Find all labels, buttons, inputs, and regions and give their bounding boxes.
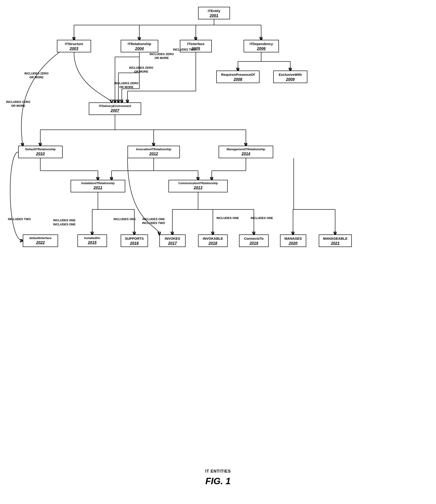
caption-text: IT ENTITIES — [0, 469, 436, 474]
node-itstructure: ITStructure 2003 — [57, 40, 91, 52]
label-includes-two-3: INCLUDES ONEINCLUDES TWO — [140, 217, 167, 225]
label-includes-zero-2: INCLUDES ZEROOR MORE — [126, 66, 156, 74]
figure-label: FIG. 1 — [0, 476, 436, 486]
node-invokable: INVOKABLE 2018 — [198, 234, 228, 247]
node-itrelationship: ITRelationship 2004 — [121, 40, 158, 52]
node-managementitrel: ManagementITRelationship 2014 — [218, 146, 273, 158]
node-exclusivewith: ExclusiveWith 2009 — [273, 71, 307, 83]
label-includes-one-5: INCLUDES ONE — [249, 216, 274, 220]
label-includes-zero-5: INCLUDES ZEROOR MORE — [5, 100, 32, 108]
label-includes-two-2: INCLUDES TWO — [7, 217, 32, 221]
connection-lines — [0, 0, 436, 467]
node-defaultinterface: defaultInterface 2022 — [23, 234, 58, 247]
label-includes-one-3: INCLUDES ONE — [113, 217, 136, 221]
node-installedon: InstalledOn 2015 — [77, 234, 107, 247]
node-communicationitrel: CommunicationITRelationship 2013 — [168, 180, 228, 192]
label-includes-zero-3: INCLUDES ZEROOR MORE — [112, 81, 141, 89]
label-includes-one-2: INCLUDES ONE — [52, 223, 76, 226]
label-includes-one-4: INCLUDES ONE — [215, 216, 240, 220]
node-connectsto: ConnectsTo 2019 — [239, 234, 269, 247]
label-includes-one-1: INCLUDES ONE — [52, 218, 76, 222]
node-defaultitrel: DefaultITRelationship 2010 — [18, 146, 63, 158]
diagram: ITEntity 2001 ITStructure 2003 ITRelatio… — [0, 0, 436, 467]
node-itentity: ITEntity 2001 — [198, 7, 230, 19]
node-installationitrel: InstallationITRelationship 2011 — [71, 180, 125, 192]
label-includes-zero-4: INCLUDES ZEROOR MORE — [23, 72, 50, 80]
node-requirespresence: RequiresPresenceOf 2008 — [216, 71, 260, 83]
label-includes-two-1: INCLUDES TWO — [171, 48, 198, 52]
label-includes-zero-1: INCLUDES ZEROOR MORE — [147, 52, 176, 60]
node-invokes: INVOKES 2017 — [159, 234, 186, 247]
node-supports: SUPPORTS 2016 — [121, 234, 148, 247]
node-invocationitrel: InvocationITRelationship 2012 — [127, 146, 180, 158]
node-manageable: MANAGEABLE 2021 — [319, 234, 352, 247]
node-itdelivery: ITDeliveryEnvironment 2007 — [89, 102, 141, 115]
node-manages: MANAGES 2020 — [280, 234, 306, 247]
node-itdependency: ITDependency 2006 — [244, 40, 279, 52]
figure-caption: IT ENTITIES FIG. 1 — [0, 469, 436, 486]
